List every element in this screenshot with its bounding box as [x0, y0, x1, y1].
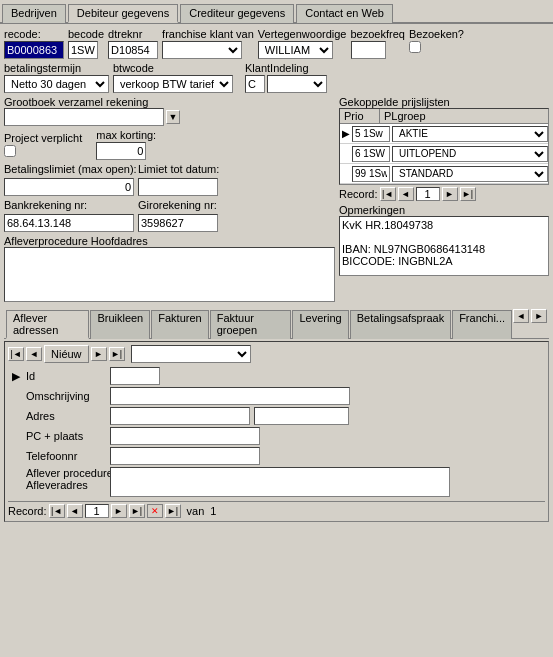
aflever-procedure-textarea[interactable] — [110, 467, 450, 497]
bezoekfreq-label: bezoekfreq — [351, 28, 405, 40]
nav-next-btn[interactable]: ► — [442, 187, 458, 201]
max-korting-input[interactable] — [96, 142, 146, 160]
bottom-nav-last[interactable]: ►| — [109, 347, 125, 361]
bottom-row-adres: Adres — [12, 407, 541, 425]
grootboek-input[interactable] — [4, 108, 164, 126]
nav-first-btn[interactable]: |◄ — [380, 187, 396, 201]
tab-bedrijven[interactable]: Bedrijven — [2, 4, 66, 23]
bottom-record-nav: Record: |◄ ◄ ► ►| ✕ ►| van 1 — [8, 501, 545, 518]
opmerkingen-label: Opmerkingen — [339, 204, 405, 216]
klantindeling-select[interactable] — [267, 75, 327, 93]
row1-group[interactable]: AKTIE — [392, 126, 548, 142]
opmerkingen-box: KvK HR.18049738 IBAN: NL97NGB0686413148 … — [339, 216, 549, 276]
row3-group[interactable]: STANDARD — [392, 166, 548, 182]
omschrijving-label: Omschrijving — [26, 390, 106, 402]
new-button[interactable]: Niéuw — [44, 345, 89, 363]
girorekening-input[interactable] — [138, 214, 218, 232]
sub-tab-aflever[interactable]: Aflever adressen — [6, 310, 89, 339]
franchise-select[interactable] — [162, 41, 242, 59]
two-col-section: Grootboek verzamel rekening ▼ Project ve… — [4, 96, 549, 307]
row2-prio[interactable] — [352, 146, 390, 162]
limiet-datum-input[interactable] — [138, 178, 218, 196]
left-col: Grootboek verzamel rekening ▼ Project ve… — [4, 96, 335, 307]
row3-prio[interactable] — [352, 166, 390, 182]
sub-tab-faktuur-groepen[interactable]: Faktuur groepen — [210, 310, 292, 339]
bottom-nav-prev[interactable]: ◄ — [26, 347, 42, 361]
bottom-rec-num[interactable] — [85, 504, 109, 518]
id-input[interactable] — [110, 367, 160, 385]
aflever-textarea[interactable] — [4, 247, 335, 302]
row1-arrow: ▶ — [340, 128, 352, 139]
adres-input1[interactable] — [110, 407, 250, 425]
sub-tab-betalingsafspraak[interactable]: Betalingsafspraak — [350, 310, 451, 339]
omschrijving-input[interactable] — [110, 387, 350, 405]
nav-prev-btn[interactable]: ◄ — [398, 187, 414, 201]
prijslijsten-table: Prio PLgroep ▶ AKTIE — [339, 108, 549, 185]
sub-tab-franchi[interactable]: Franchi... — [452, 310, 512, 339]
grootboek-dropdown-btn[interactable]: ▼ — [166, 110, 180, 124]
telefoon-label: Telefoonnr — [26, 450, 106, 462]
max-korting-label: max korting: — [96, 129, 156, 141]
recode-input[interactable] — [4, 41, 64, 59]
sub-tab-bruikleen[interactable]: Bruikleen — [90, 310, 150, 339]
row-bank-inputs — [4, 214, 335, 232]
van-value: 1 — [210, 505, 216, 517]
tab-crediteur[interactable]: Crediteur gegevens — [180, 4, 294, 23]
bottom-row-telefoon: Telefoonnr — [12, 447, 541, 465]
bottom-row-pc: PC + plaats — [12, 427, 541, 445]
record-num[interactable] — [416, 187, 440, 201]
van-label: van — [187, 505, 205, 517]
sub-tab-levering[interactable]: Levering — [292, 310, 348, 339]
bottom-rec-delete[interactable]: ✕ — [147, 504, 163, 518]
telefoon-input[interactable] — [110, 447, 260, 465]
klantindeling-label: KlantIndeling — [245, 62, 327, 74]
bottom-nav-first[interactable]: |◄ — [8, 347, 24, 361]
tab-contact-web[interactable]: Contact en Web — [296, 4, 393, 23]
bottom-rec-first[interactable]: |◄ — [49, 504, 65, 518]
id-label: Id — [26, 370, 106, 382]
prijslijsten-row-2: UITLOPEND — [340, 144, 548, 164]
tab-debiteur[interactable]: Debiteur gegevens — [68, 4, 178, 23]
franchise-label: franchise klant van — [162, 28, 254, 40]
row1-prio[interactable] — [352, 126, 390, 142]
col-plgroup-header: PLgroep — [380, 109, 548, 123]
klantindeling-input[interactable] — [245, 75, 265, 93]
adres-input2[interactable] — [254, 407, 349, 425]
dtreknr-label: dtreknr — [108, 28, 158, 40]
bezoekfreq-input[interactable] — [351, 41, 386, 59]
bezoeken-label: Bezoeken? — [409, 28, 464, 40]
bottom-rec-last[interactable]: ►| — [129, 504, 145, 518]
pc-label: PC + plaats — [26, 430, 106, 442]
pc-input[interactable] — [110, 427, 260, 445]
bottom-rec-end[interactable]: ►| — [165, 504, 181, 518]
bottom-nav: |◄ ◄ Niéuw ► ►| — [8, 345, 545, 363]
bottom-combo[interactable] — [131, 345, 251, 363]
bottom-rec-prev[interactable]: ◄ — [67, 504, 83, 518]
dtreknr-input[interactable] — [108, 41, 158, 59]
bankrekening-input[interactable] — [4, 214, 134, 232]
col-prio-header: Prio — [340, 109, 380, 123]
bankrekening-label: Bankrekening nr: — [4, 199, 134, 211]
prijslijsten-row-3: STANDARD — [340, 164, 548, 184]
bezoeken-checkbox[interactable] — [409, 41, 421, 53]
becode-input[interactable] — [68, 41, 98, 59]
sub-tab-fakturen[interactable]: Fakturen — [151, 310, 208, 339]
betalingstermijn-select[interactable]: Netto 30 dagen — [4, 75, 109, 93]
btwcode-select[interactable]: verkoop BTW tarief — [113, 75, 233, 93]
vertegenwoordige-select[interactable]: WILLIAM — [258, 41, 333, 59]
bottom-row-omschrijving: Omschrijving — [12, 387, 541, 405]
bottom-panel: |◄ ◄ Niéuw ► ►| ▶ Id Omschrijving — [4, 341, 549, 522]
prijslijsten-header: Prio PLgroep — [340, 109, 548, 124]
bottom-rec-next[interactable]: ► — [111, 504, 127, 518]
sub-scroll-right[interactable]: ► — [531, 309, 547, 323]
row2-group[interactable]: UITLOPEND — [392, 146, 548, 162]
project-checkbox[interactable] — [4, 145, 16, 157]
aflever-procedure-label: Aflever procedure Afleveradres — [26, 467, 106, 491]
sub-tab-bar: Aflever adressen Bruikleen Fakturen Fakt… — [4, 307, 549, 339]
bottom-form: ▶ Id Omschrijving Adres PC + plaats — [8, 367, 545, 497]
main-tab-bar: Bedrijven Debiteur gegevens Crediteur ge… — [0, 0, 553, 24]
betalingslimiet-input[interactable] — [4, 178, 134, 196]
nav-last-btn[interactable]: ►| — [460, 187, 476, 201]
bottom-nav-next[interactable]: ► — [91, 347, 107, 361]
sub-scroll-left[interactable]: ◄ — [513, 309, 529, 323]
